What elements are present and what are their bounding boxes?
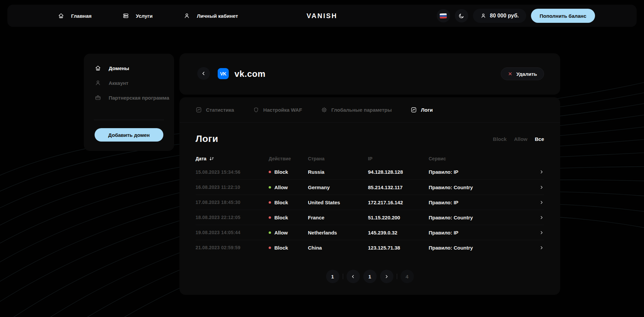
- theme-toggle-button[interactable]: [455, 9, 468, 22]
- log-table-row[interactable]: 19.08.2023 14:05:44 Allow Netherlands 14…: [196, 225, 544, 240]
- log-country: France: [308, 215, 368, 220]
- briefcase-icon: [95, 94, 101, 101]
- log-ip: 85.214.132.117: [368, 184, 429, 190]
- log-action: Block: [269, 245, 308, 251]
- tab-logs[interactable]: Логи: [411, 107, 433, 113]
- nav-item-services[interactable]: Услуги: [122, 12, 153, 19]
- log-table-row[interactable]: 21.08.2023 02:59:59 Block China 123.125.…: [196, 240, 544, 255]
- filter-all[interactable]: Все: [535, 136, 544, 142]
- pagination: 1 1 4: [179, 270, 560, 283]
- delete-domain-label: Удалить: [516, 71, 537, 77]
- log-date: 19.08.2023 14:05:44: [196, 230, 269, 235]
- vk-logo-icon: VK: [218, 68, 229, 79]
- column-header-country: Страна: [308, 156, 368, 161]
- action-status-dot: [269, 171, 271, 173]
- nav-item-label: Услуги: [136, 13, 153, 19]
- sidebar-item-label: Аккаунт: [109, 80, 128, 86]
- pagination-divider: [343, 274, 343, 279]
- row-expand-button[interactable]: [536, 169, 544, 174]
- log-country: Russia: [308, 169, 368, 175]
- nav-item-home[interactable]: Главная: [58, 12, 92, 19]
- tab-global-parameters[interactable]: Глобальные параметры: [321, 107, 392, 113]
- moon-icon: [458, 13, 465, 19]
- balance-amount: 80 000 руб.: [490, 13, 519, 19]
- row-expand-button[interactable]: [536, 215, 544, 220]
- back-button[interactable]: [197, 67, 210, 80]
- main-nav: Главная Услуги Личный кабинет: [58, 12, 238, 19]
- close-icon: [508, 71, 513, 76]
- pagination-prev-button[interactable]: [346, 270, 360, 283]
- row-expand-button[interactable]: [536, 245, 544, 250]
- pagination-current-page-button[interactable]: 1: [363, 270, 377, 283]
- log-country: Netherlands: [308, 230, 368, 235]
- log-date: 18.08.2023 22:12:05: [196, 215, 269, 220]
- action-status-dot: [269, 231, 271, 234]
- pagination-last-page-button[interactable]: 4: [400, 270, 414, 283]
- logs-panel: Статистика Настройка WAF Глобальные пара…: [179, 97, 560, 295]
- sidebar: Домены Аккаунт Партнерская программа Доб…: [84, 54, 174, 151]
- language-switch-button[interactable]: [437, 9, 450, 22]
- column-header-date[interactable]: Дата: [196, 156, 269, 161]
- row-expand-button[interactable]: [536, 230, 544, 235]
- log-service: Правило: Country: [429, 245, 536, 251]
- log-table-row[interactable]: 16.08.2023 11:22:10 Allow Germany 85.214…: [196, 179, 544, 195]
- tab-waf-settings[interactable]: Настройка WAF: [253, 107, 302, 113]
- nav-item-label: Главная: [71, 13, 92, 19]
- tab-label: Логи: [421, 107, 433, 113]
- log-table-row[interactable]: 18.08.2023 22:12:05 Block France 51.15.2…: [196, 210, 544, 225]
- action-status-dot: [269, 247, 271, 249]
- top-navbar: Главная Услуги Личный кабинет VANISH: [7, 5, 637, 27]
- delete-domain-button[interactable]: Удалить: [501, 67, 544, 80]
- log-service: Правило: IP: [429, 230, 536, 235]
- log-action: Allow: [269, 230, 308, 235]
- row-expand-button[interactable]: [536, 200, 544, 205]
- pagination-next-button[interactable]: [380, 270, 393, 283]
- log-country: China: [308, 245, 368, 251]
- chevron-right-icon: [539, 185, 544, 190]
- sidebar-item-label: Партнерская программа: [109, 95, 169, 101]
- log-action: Block: [269, 215, 308, 220]
- sort-descending-icon: [209, 156, 214, 161]
- topup-balance-button[interactable]: Пополнить баланс: [531, 9, 595, 23]
- chevron-left-icon: [351, 274, 356, 279]
- sidebar-item-account[interactable]: Аккаунт: [84, 75, 174, 90]
- log-table-row[interactable]: 17.08.2023 18:45:30 Block United States …: [196, 195, 544, 210]
- log-action: Block: [269, 200, 308, 205]
- column-header-ip: IP: [368, 156, 429, 161]
- logs-table-header: Дата Действие Страна IP Сервис: [196, 153, 544, 164]
- user-icon: [183, 12, 190, 19]
- log-service: Правило: IP: [429, 200, 536, 205]
- sidebar-item-partner-program[interactable]: Партнерская программа: [84, 90, 174, 105]
- log-date: 16.08.2023 11:22:10: [196, 184, 269, 190]
- home-icon: [95, 65, 101, 71]
- filter-allow[interactable]: Allow: [514, 136, 527, 142]
- log-ip: 94.128.128.128: [368, 169, 429, 175]
- domain-tabs: Статистика Настройка WAF Глобальные пара…: [179, 97, 560, 123]
- log-service: Правило: Country: [429, 215, 536, 220]
- pagination-first-page-button[interactable]: 1: [326, 270, 339, 283]
- domain-title: vk.com: [234, 53, 266, 95]
- domain-header-panel: VK vk.com Удалить: [179, 53, 560, 95]
- row-expand-button[interactable]: [536, 185, 544, 190]
- action-status-dot: [269, 186, 271, 189]
- shield-icon: [253, 107, 259, 113]
- log-ip: 51.15.220.200: [368, 215, 429, 220]
- sidebar-item-label: Домены: [109, 65, 129, 71]
- navbar-right-controls: 80 000 руб. Пополнить баланс: [437, 9, 595, 23]
- column-header-action: Действие: [269, 156, 308, 161]
- filter-block[interactable]: Block: [493, 136, 507, 142]
- chevron-right-icon: [539, 215, 544, 220]
- chevron-right-icon: [384, 274, 389, 279]
- nav-item-label: Личный кабинет: [197, 13, 238, 19]
- tab-statistics[interactable]: Статистика: [196, 107, 234, 113]
- pagination-divider: [397, 274, 397, 279]
- chevron-right-icon: [539, 200, 544, 205]
- sidebar-divider: [94, 120, 164, 120]
- nav-item-account[interactable]: Личный кабинет: [183, 12, 238, 19]
- add-domain-button[interactable]: Добавить домен: [95, 128, 163, 142]
- log-table-row[interactable]: 15.08.2023 15:34:56 Block Russia 94.128.…: [196, 164, 544, 179]
- sidebar-item-domains[interactable]: Домены: [84, 61, 174, 75]
- log-service: Правило: IP: [429, 169, 536, 175]
- user-icon: [480, 13, 486, 19]
- balance-button[interactable]: 80 000 руб.: [473, 9, 526, 23]
